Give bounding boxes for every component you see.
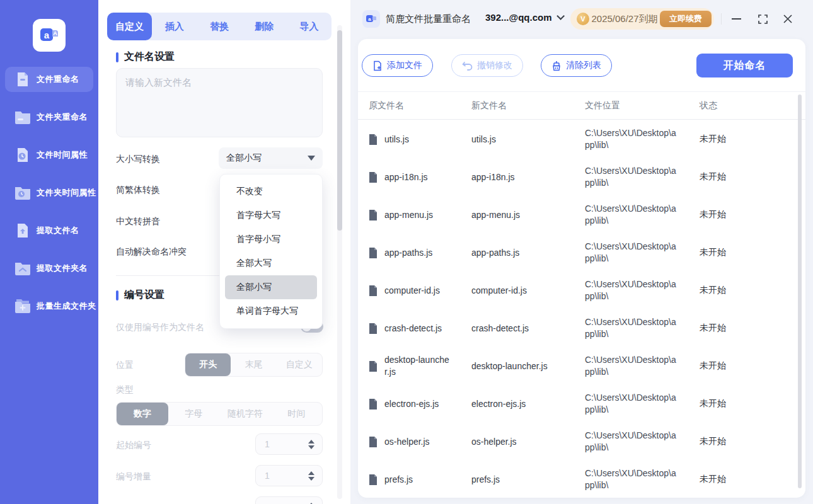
renew-button[interactable]: 立即续费 xyxy=(660,11,712,27)
table-row[interactable]: prefs.js prefs.js C:\Users\XU\Desktop\ap… xyxy=(358,461,805,498)
clear-list-icon xyxy=(551,60,562,71)
case-menu-item[interactable]: 首字母小写 xyxy=(225,227,317,251)
table-row[interactable]: app-menu.js app-menu.js C:\Users\XU\Desk… xyxy=(358,196,805,234)
sidebar-item[interactable]: 文件重命名 xyxy=(5,67,93,92)
sidebar-item-label: 文件重命名 xyxy=(37,74,79,85)
sidebar-item[interactable]: 批量生成文件夹 xyxy=(5,294,93,319)
svg-text:a: a xyxy=(44,30,50,40)
close-button[interactable] xyxy=(778,9,798,29)
clear-list-button[interactable]: 清除列表 xyxy=(541,54,612,77)
table-row[interactable]: electron-ejs.js electron-ejs.js C:\Users… xyxy=(358,385,805,423)
mode-tab[interactable]: 替换 xyxy=(197,13,241,40)
file-location: C:\Users\XU\Desktop\app\lib\ xyxy=(585,165,681,189)
table-header: 原文件名 新文件名 文件位置 状态 xyxy=(358,92,805,120)
license-expiry: 2025/06/27到期 xyxy=(589,13,660,25)
file-icon xyxy=(369,285,378,296)
maximize-button[interactable] xyxy=(752,9,773,29)
sidebar-item[interactable]: 提取文件名 xyxy=(5,218,93,243)
table-row[interactable]: desktop-launcher.js desktop-launcher.js … xyxy=(358,347,805,385)
case-menu-item[interactable]: 全部小写 xyxy=(225,275,317,299)
svg-text:A: A xyxy=(53,30,57,37)
new-filename: app-i18n.js xyxy=(471,172,577,182)
sidebar-item[interactable]: 文件夹时间属性 xyxy=(5,180,93,205)
increment-input[interactable]: 1 xyxy=(255,465,323,486)
add-files-label: 添加文件 xyxy=(387,60,422,71)
status-label: 未开始 xyxy=(700,285,726,296)
new-filename-input[interactable] xyxy=(116,68,323,137)
file-table-body: utils.js utils.js C:\Users\XU\Desktop\ap… xyxy=(358,120,805,498)
sidebar-item-label: 文件时间属性 xyxy=(37,149,88,161)
undo-button[interactable]: 撤销修改 xyxy=(451,54,523,77)
numbering-section-title: 编号设置 xyxy=(116,289,164,302)
table-row[interactable]: computer-id.js computer-id.js C:\Users\X… xyxy=(358,272,805,309)
table-row[interactable]: app-i18n.js app-i18n.js C:\Users\XU\Desk… xyxy=(358,158,805,196)
original-filename: app-paths.js xyxy=(384,247,450,259)
type-option-label: 时间 xyxy=(287,408,305,420)
mode-tab[interactable]: 删除 xyxy=(242,13,287,40)
case-menu-item-label: 不改变 xyxy=(236,186,263,197)
type-option-label: 字母 xyxy=(185,408,202,420)
table-row[interactable]: crash-detect.js crash-detect.js C:\Users… xyxy=(358,309,805,347)
original-filename: desktop-launcher.js xyxy=(384,354,450,378)
mode-tabs: 自定义 插入 替换 删除 导入 xyxy=(107,13,332,40)
col-location: 文件位置 xyxy=(585,100,620,112)
simplified-traditional-label: 简繁体转换 xyxy=(116,185,160,196)
sidebar-item[interactable]: 提取文件夹名 xyxy=(5,256,93,281)
table-row[interactable]: os-helper.js os-helper.js C:\Users\XU\De… xyxy=(358,423,805,461)
case-menu-item[interactable]: 单词首字母大写 xyxy=(225,299,317,323)
case-menu-item[interactable]: 全部大写 xyxy=(225,251,317,275)
spinner-arrows-icon[interactable] xyxy=(308,471,314,481)
type-option[interactable]: 字母 xyxy=(168,403,220,425)
panel-scrollbar-thumb[interactable] xyxy=(337,30,342,231)
file-icon xyxy=(369,437,378,447)
table-row[interactable]: utils.js utils.js C:\Users\XU\Desktop\ap… xyxy=(358,120,805,158)
type-option[interactable]: 数字 xyxy=(117,403,168,425)
mode-tab[interactable]: 导入 xyxy=(287,13,332,40)
mode-tab[interactable]: 插入 xyxy=(152,13,197,40)
type-option[interactable]: 时间 xyxy=(271,403,323,425)
original-filename: os-helper.js xyxy=(384,436,450,448)
main-area: a 简鹿文件批量重命名 392...@qq.com V 2025/06/27到期… xyxy=(350,0,813,504)
file-icon xyxy=(369,172,378,183)
type-option[interactable]: 随机字符 xyxy=(219,403,271,425)
table-row[interactable]: app-paths.js app-paths.js C:\Users\XU\De… xyxy=(358,234,805,272)
table-scrollbar-thumb[interactable] xyxy=(798,94,802,488)
status-label: 未开始 xyxy=(700,323,726,334)
clear-list-label: 清除列表 xyxy=(566,60,601,71)
digits-input-partial[interactable] xyxy=(255,496,323,504)
start-number-input[interactable]: 1 xyxy=(255,433,323,455)
sidebar-item-icon xyxy=(14,108,32,126)
sidebar-item-label: 批量生成文件夹 xyxy=(37,301,96,312)
original-filename: computer-id.js xyxy=(384,285,450,297)
position-option[interactable]: 开头 xyxy=(185,353,231,376)
increment-value: 1 xyxy=(265,471,308,481)
app-title-icon: a xyxy=(362,10,380,28)
sidebar-item-icon xyxy=(14,184,32,202)
col-new-name: 新文件名 xyxy=(471,100,507,112)
position-option[interactable]: 末尾 xyxy=(231,353,276,376)
chevron-down-icon xyxy=(308,156,315,161)
case-menu-item[interactable]: 不改变 xyxy=(225,180,317,203)
case-convert-select[interactable]: 全部小写 xyxy=(219,147,323,169)
position-label: 位置 xyxy=(116,360,134,371)
file-location: C:\Users\XU\Desktop\app\lib\ xyxy=(585,430,681,454)
minimize-button[interactable] xyxy=(726,9,746,29)
case-convert-label: 大小写转换 xyxy=(116,154,160,165)
mode-tab-label: 自定义 xyxy=(115,21,144,33)
position-option[interactable]: 自定义 xyxy=(277,353,322,376)
mode-tab-label: 导入 xyxy=(299,21,318,33)
sidebar-item[interactable]: 文件夹重命名 xyxy=(5,105,93,130)
case-menu-item[interactable]: 首字母大写 xyxy=(225,203,317,227)
sidebar-item-label: 提取文件夹名 xyxy=(37,263,88,274)
app-title: 简鹿文件批量重命名 xyxy=(386,13,471,25)
mode-tab-label: 替换 xyxy=(210,21,229,33)
account-menu[interactable]: 392...@qq.com xyxy=(485,12,562,23)
filename-section-title: 文件名设置 xyxy=(116,50,175,64)
add-files-button[interactable]: 添加文件 xyxy=(362,54,433,77)
start-rename-button[interactable]: 开始命名 xyxy=(696,54,793,77)
spinner-arrows-icon[interactable] xyxy=(308,440,314,449)
mode-tab[interactable]: 自定义 xyxy=(107,13,152,40)
sidebar-item[interactable]: 文件时间属性 xyxy=(5,142,93,168)
sidebar-item-icon xyxy=(14,297,32,315)
license-badge: V 2025/06/27到期 立即续费 xyxy=(570,8,714,30)
